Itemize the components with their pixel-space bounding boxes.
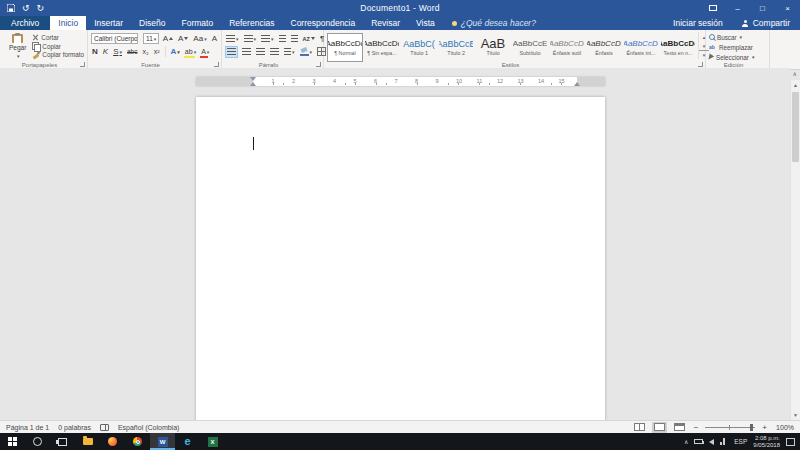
battery-icon[interactable] xyxy=(694,439,703,444)
font-dialog-launcher[interactable] xyxy=(214,62,219,67)
strikethrough-button[interactable]: abc xyxy=(126,46,138,58)
decrease-indent-button[interactable] xyxy=(278,33,287,45)
action-center-icon[interactable] xyxy=(786,438,795,446)
first-line-indent-marker[interactable] xyxy=(250,77,256,81)
font-family-select[interactable]: Calibri (Cuerpo xyxy=(91,33,138,44)
ribbon-display-options-button[interactable] xyxy=(700,0,725,16)
style-subtitle[interactable]: AaBbCcESubtítulo xyxy=(512,33,548,62)
tab-formato[interactable]: Formato xyxy=(173,16,221,30)
justify-button[interactable] xyxy=(269,46,280,58)
minimize-button[interactable]: – xyxy=(725,0,750,16)
grow-font-button[interactable]: A xyxy=(162,33,174,45)
align-right-button[interactable] xyxy=(255,46,266,58)
sign-in-link[interactable]: Iniciar sesión xyxy=(664,18,732,28)
bullets-button[interactable] xyxy=(225,33,240,45)
replace-button[interactable]: abReemplazar xyxy=(709,42,766,52)
style-heading-2[interactable]: AaBbCcETítulo 2 xyxy=(438,33,474,62)
tab-vista[interactable]: Vista xyxy=(408,16,443,30)
vertical-scrollbar[interactable]: ▲ ▼ xyxy=(790,80,800,420)
tab-revisar[interactable]: Revisar xyxy=(363,16,408,30)
shrink-font-button[interactable]: A xyxy=(177,33,189,45)
zoom-slider[interactable] xyxy=(705,427,755,428)
zoom-in-button[interactable]: + xyxy=(760,423,769,432)
word-taskbar-button[interactable]: W xyxy=(150,433,175,450)
volume-icon[interactable] xyxy=(709,439,714,445)
document-page[interactable] xyxy=(196,97,605,420)
save-icon[interactable] xyxy=(7,4,15,12)
network-icon[interactable] xyxy=(720,438,728,445)
close-button[interactable]: × xyxy=(775,0,800,16)
chrome-button[interactable] xyxy=(125,433,150,450)
line-spacing-button[interactable] xyxy=(283,46,296,58)
tab-correspondencia[interactable]: Correspondencia xyxy=(283,16,364,30)
paragraph-dialog-launcher[interactable] xyxy=(316,62,321,67)
align-center-button[interactable] xyxy=(241,46,252,58)
right-indent-marker[interactable] xyxy=(574,82,580,86)
style-subtle-emphasis[interactable]: AaBbCcDiÉnfasis sutil xyxy=(549,33,585,62)
bold-button[interactable]: N xyxy=(91,46,99,58)
paste-button[interactable]: Pegar xyxy=(3,32,32,59)
font-size-select[interactable]: 11 xyxy=(143,33,159,44)
proofing-icon[interactable] xyxy=(100,424,109,431)
language-indicator[interactable]: Español (Colombia) xyxy=(118,424,179,431)
format-painter-button[interactable]: Copiar formato xyxy=(32,50,84,59)
style-emphasis[interactable]: AaBbCcDiÉnfasis xyxy=(586,33,622,62)
tab-diseno[interactable]: Diseño xyxy=(131,16,173,30)
web-layout-button[interactable] xyxy=(672,422,687,433)
style-title[interactable]: AaBTítulo xyxy=(475,33,511,62)
subscript-button[interactable]: x₂ xyxy=(141,46,149,58)
maximize-button[interactable]: □ xyxy=(750,0,775,16)
edge-button[interactable]: e xyxy=(175,433,200,450)
firefox-button[interactable] xyxy=(100,433,125,450)
excel-button[interactable]: X xyxy=(200,433,225,450)
scroll-down-icon[interactable]: ▼ xyxy=(791,410,800,420)
select-button[interactable]: Seleccionar xyxy=(709,52,766,62)
cut-button[interactable]: Cortar xyxy=(32,33,84,42)
task-view-button[interactable] xyxy=(50,433,75,450)
tray-expand-icon[interactable]: ∧ xyxy=(684,438,688,445)
tell-me-box[interactable]: ¿Qué desea hacer? xyxy=(443,16,545,30)
keyboard-language[interactable]: ESP xyxy=(734,438,747,445)
numbering-button[interactable] xyxy=(243,33,258,45)
scroll-up-icon[interactable]: ▲ xyxy=(791,80,800,90)
collapse-ribbon-icon[interactable]: ∧ xyxy=(793,70,797,77)
font-color-button[interactable]: A xyxy=(200,46,210,58)
print-layout-button[interactable] xyxy=(652,422,667,433)
read-mode-button[interactable] xyxy=(632,422,647,433)
increase-indent-button[interactable] xyxy=(290,33,299,45)
style-strong[interactable]: AaBbCcDcTexto en n... xyxy=(660,33,696,62)
italic-button[interactable]: K xyxy=(102,46,109,58)
tab-inicio[interactable]: Inicio xyxy=(50,16,86,30)
start-button[interactable] xyxy=(0,433,25,450)
style-intense-emphasis[interactable]: AaBbCcDiÉnfasis int... xyxy=(623,33,659,62)
clipboard-dialog-launcher[interactable] xyxy=(80,62,85,67)
clear-formatting-button[interactable]: A xyxy=(211,33,218,45)
align-left-button[interactable] xyxy=(225,46,238,58)
sort-button[interactable]: AZ xyxy=(302,33,316,45)
share-button[interactable]: Compartir xyxy=(732,18,800,28)
scrollbar-thumb[interactable] xyxy=(792,92,799,162)
word-count[interactable]: 0 palabras xyxy=(58,424,91,431)
copy-button[interactable]: Copiar xyxy=(32,42,84,51)
zoom-out-button[interactable]: − xyxy=(692,423,701,432)
styles-dialog-launcher[interactable] xyxy=(698,62,703,67)
style-heading-1[interactable]: AaBbC(Título 1 xyxy=(401,33,437,62)
style-normal[interactable]: AaBbCcDc¶ Normal xyxy=(327,33,363,62)
style-no-spacing[interactable]: AaBbCcDc¶ Sin espa... xyxy=(364,33,400,62)
find-button[interactable]: Buscar xyxy=(709,32,766,42)
superscript-button[interactable]: x² xyxy=(153,46,161,58)
tab-insertar[interactable]: Insertar xyxy=(86,16,131,30)
shading-button[interactable] xyxy=(299,46,314,58)
file-explorer-button[interactable] xyxy=(75,433,100,450)
multilevel-list-button[interactable] xyxy=(260,33,275,45)
highlight-color-button[interactable]: ab xyxy=(184,46,197,58)
tab-archivo[interactable]: Archivo xyxy=(0,16,50,30)
clock[interactable]: 2:08 p.m. 9/05/2018 xyxy=(753,435,780,449)
underline-button[interactable]: S xyxy=(112,46,123,58)
zoom-slider-thumb[interactable] xyxy=(750,424,753,431)
tab-referencias[interactable]: Referencias xyxy=(221,16,282,30)
redo-icon[interactable]: ↻ xyxy=(37,4,45,13)
zoom-level[interactable]: 100% xyxy=(774,424,794,431)
page-indicator[interactable]: Página 1 de 1 xyxy=(6,424,49,431)
undo-icon[interactable]: ↺ xyxy=(22,4,30,13)
